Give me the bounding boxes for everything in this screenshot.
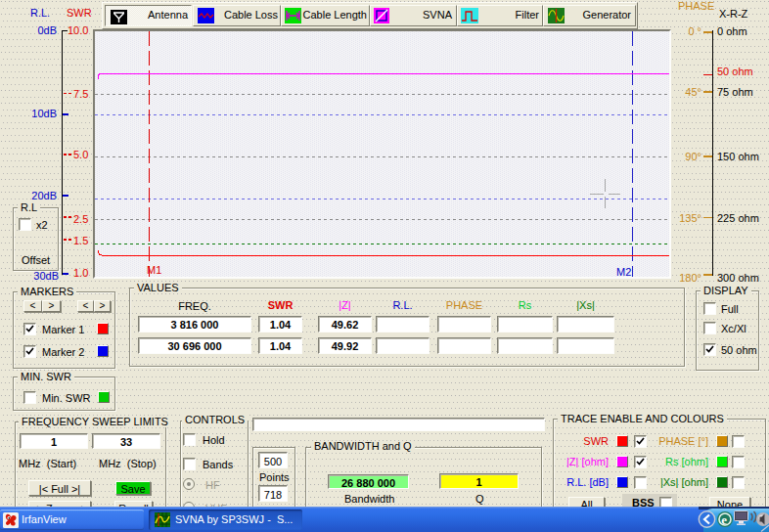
svg-text:e: e bbox=[721, 512, 727, 527]
